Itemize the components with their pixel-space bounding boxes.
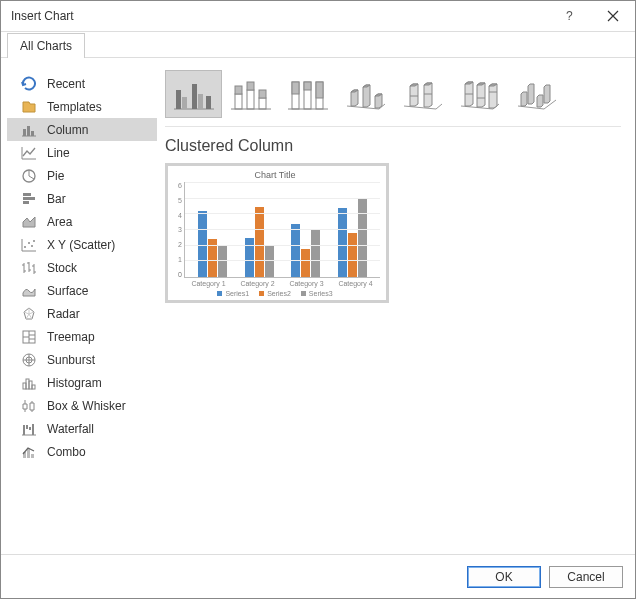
sidebar-item-histogram[interactable]: Histogram bbox=[7, 371, 157, 394]
bar bbox=[301, 249, 310, 277]
sidebar-item-label: Sunburst bbox=[47, 353, 95, 367]
svg-rect-6 bbox=[23, 197, 35, 200]
area-icon bbox=[21, 214, 37, 230]
titlebar-controls: ? bbox=[547, 1, 635, 31]
sidebar-item-area[interactable]: Area bbox=[7, 210, 157, 233]
x-tick-label: Category 1 bbox=[184, 278, 233, 287]
dialog-body: Recent Templates Column Line Pie Bar bbox=[1, 58, 635, 554]
sidebar-item-pie[interactable]: Pie bbox=[7, 164, 157, 187]
svg-rect-27 bbox=[182, 97, 187, 109]
bar-icon bbox=[21, 191, 37, 207]
legend-item: Series3 bbox=[301, 290, 333, 297]
help-button[interactable]: ? bbox=[547, 1, 591, 31]
svg-rect-30 bbox=[206, 96, 211, 109]
svg-rect-5 bbox=[23, 193, 31, 196]
svg-rect-40 bbox=[304, 82, 311, 90]
sunburst-icon bbox=[21, 352, 37, 368]
x-tick-label: Category 2 bbox=[233, 278, 282, 287]
bar bbox=[311, 230, 320, 277]
sidebar-item-label: Recent bbox=[47, 77, 85, 91]
sidebar-item-radar[interactable]: Radar bbox=[7, 302, 157, 325]
main-panel: Clustered Column Chart Title 6543210 Cat… bbox=[161, 68, 625, 544]
dialog-footer: OK Cancel bbox=[1, 554, 635, 598]
sidebar-item-bar[interactable]: Bar bbox=[7, 187, 157, 210]
bar bbox=[291, 224, 300, 277]
svg-rect-22 bbox=[32, 424, 34, 435]
x-axis: Category 1Category 2Category 3Category 4 bbox=[170, 278, 380, 287]
sidebar-item-label: Bar bbox=[47, 192, 66, 206]
plot bbox=[184, 182, 380, 278]
pie-icon bbox=[21, 168, 37, 184]
subtype-row bbox=[165, 70, 621, 127]
sidebar-item-scatter[interactable]: X Y (Scatter) bbox=[7, 233, 157, 256]
svg-rect-38 bbox=[292, 82, 299, 94]
bar-group bbox=[245, 207, 274, 278]
column-icon bbox=[21, 122, 37, 138]
sidebar-item-sunburst[interactable]: Sunburst bbox=[7, 348, 157, 371]
bar bbox=[348, 233, 357, 277]
svg-rect-3 bbox=[31, 131, 34, 136]
tab-all-charts[interactable]: All Charts bbox=[7, 33, 85, 58]
sidebar-item-line[interactable]: Line bbox=[7, 141, 157, 164]
svg-rect-42 bbox=[316, 82, 323, 98]
legend: Series1Series2Series3 bbox=[170, 290, 380, 297]
subtype-3d-column[interactable] bbox=[507, 70, 564, 118]
cancel-button[interactable]: Cancel bbox=[549, 566, 623, 588]
sidebar-item-label: Waterfall bbox=[47, 422, 94, 436]
x-tick-label: Category 4 bbox=[331, 278, 380, 287]
svg-rect-24 bbox=[27, 449, 30, 458]
sidebar-item-label: Combo bbox=[47, 445, 86, 459]
subtype-clustered-column[interactable] bbox=[165, 70, 222, 118]
chart-preview[interactable]: Chart Title 6543210 Category 1Category 2… bbox=[165, 163, 389, 303]
subtype-3d-stacked-column[interactable] bbox=[393, 70, 450, 118]
titlebar: Insert Chart ? bbox=[1, 1, 635, 32]
bar bbox=[338, 208, 347, 277]
waterfall-icon bbox=[21, 421, 37, 437]
sidebar-item-combo[interactable]: Combo bbox=[7, 440, 157, 463]
close-button[interactable] bbox=[591, 1, 635, 31]
sidebar-item-recent[interactable]: Recent bbox=[7, 72, 157, 95]
subtype-100-stacked-column[interactable] bbox=[279, 70, 336, 118]
histogram-icon bbox=[21, 375, 37, 391]
sidebar-item-label: Area bbox=[47, 215, 72, 229]
chart-plot-area: 6543210 bbox=[170, 182, 380, 278]
subtype-3d-100-stacked-column[interactable] bbox=[450, 70, 507, 118]
sidebar-item-label: Surface bbox=[47, 284, 88, 298]
svg-rect-2 bbox=[27, 126, 30, 136]
sidebar-item-boxwhisker[interactable]: Box & Whisker bbox=[7, 394, 157, 417]
legend-item: Series1 bbox=[217, 290, 249, 297]
chart-title: Chart Title bbox=[170, 170, 380, 180]
window-title: Insert Chart bbox=[11, 9, 74, 23]
sidebar-item-treemap[interactable]: Treemap bbox=[7, 325, 157, 348]
scatter-icon bbox=[21, 237, 37, 253]
x-tick-label: Category 3 bbox=[282, 278, 331, 287]
sidebar-item-label: Box & Whisker bbox=[47, 399, 126, 413]
svg-rect-32 bbox=[235, 86, 242, 94]
bar-group bbox=[291, 224, 320, 277]
sidebar-item-column[interactable]: Column bbox=[7, 118, 157, 141]
sidebar-item-label: Pie bbox=[47, 169, 64, 183]
stock-icon bbox=[21, 260, 37, 276]
sidebar-item-stock[interactable]: Stock bbox=[7, 256, 157, 279]
treemap-icon bbox=[21, 329, 37, 345]
templates-icon bbox=[21, 99, 37, 115]
subtype-stacked-column[interactable] bbox=[222, 70, 279, 118]
svg-rect-28 bbox=[192, 84, 197, 109]
ok-button[interactable]: OK bbox=[467, 566, 541, 588]
radar-icon bbox=[21, 306, 37, 322]
boxwhisker-icon bbox=[21, 398, 37, 414]
sidebar-item-surface[interactable]: Surface bbox=[7, 279, 157, 302]
sidebar-item-label: Templates bbox=[47, 100, 102, 114]
sidebar-item-waterfall[interactable]: Waterfall bbox=[7, 417, 157, 440]
sidebar-item-label: Column bbox=[47, 123, 88, 137]
subtype-3d-clustered-column[interactable] bbox=[336, 70, 393, 118]
svg-rect-36 bbox=[259, 90, 266, 98]
y-axis: 6543210 bbox=[170, 182, 184, 278]
svg-rect-20 bbox=[26, 425, 28, 429]
tabstrip: All Charts bbox=[1, 32, 635, 58]
svg-rect-33 bbox=[247, 90, 254, 109]
sidebar-item-templates[interactable]: Templates bbox=[7, 95, 157, 118]
svg-rect-34 bbox=[247, 82, 254, 90]
svg-rect-21 bbox=[29, 427, 31, 430]
sidebar-item-label: Stock bbox=[47, 261, 77, 275]
